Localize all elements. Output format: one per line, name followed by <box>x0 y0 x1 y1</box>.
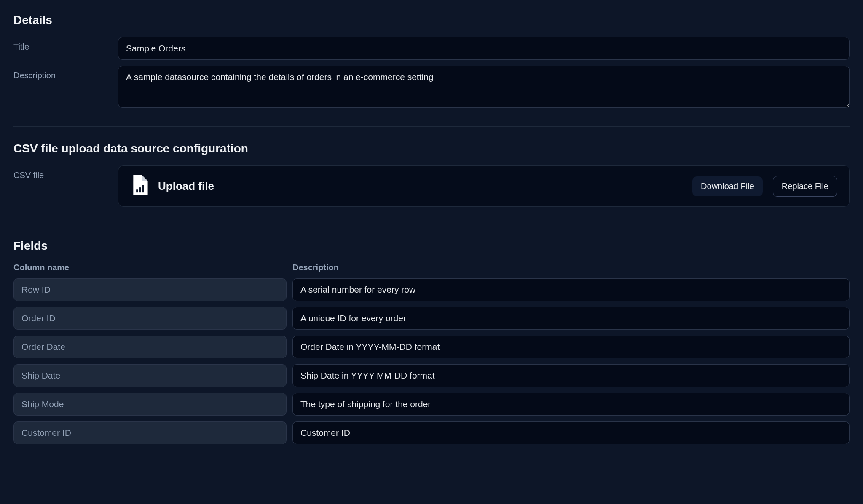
upload-file-title: Upload file <box>158 180 214 193</box>
divider <box>13 224 850 224</box>
description-row: Description A sample datasource containi… <box>13 66 850 109</box>
column-description-input[interactable] <box>292 307 850 330</box>
description-header: Description <box>292 263 850 272</box>
field-row <box>13 393 850 416</box>
field-row <box>13 364 850 387</box>
fields-section: Fields Column name Description <box>13 239 850 444</box>
column-name-input[interactable] <box>13 336 287 358</box>
details-section: Details Title Description A sample datas… <box>13 13 850 109</box>
column-name-input[interactable] <box>13 364 287 387</box>
fields-heading: Fields <box>13 239 850 253</box>
column-description-input[interactable] <box>292 278 850 301</box>
description-textarea[interactable]: A sample datasource containing the detai… <box>118 66 850 108</box>
svg-rect-0 <box>136 189 138 192</box>
replace-file-button[interactable]: Replace File <box>773 176 837 197</box>
column-description-input[interactable] <box>292 364 850 387</box>
field-row <box>13 307 850 330</box>
upload-box: Upload file Download File Replace File <box>118 165 850 207</box>
title-label: Title <box>13 37 118 52</box>
fields-header-row: Column name Description <box>13 263 850 272</box>
description-label: Description <box>13 66 118 80</box>
file-chart-icon <box>130 175 148 197</box>
field-row <box>13 278 850 301</box>
column-name-input[interactable] <box>13 421 287 444</box>
csv-config-section: CSV file upload data source configuratio… <box>13 142 850 207</box>
title-input[interactable] <box>118 37 850 60</box>
column-name-input[interactable] <box>13 393 287 416</box>
csv-file-label: CSV file <box>13 165 118 180</box>
csv-config-heading: CSV file upload data source configuratio… <box>13 142 850 155</box>
column-name-input[interactable] <box>13 278 287 301</box>
field-row <box>13 421 850 444</box>
title-row: Title <box>13 37 850 60</box>
download-file-button[interactable]: Download File <box>692 176 763 196</box>
column-description-input[interactable] <box>292 393 850 416</box>
svg-rect-2 <box>142 185 144 192</box>
column-description-input[interactable] <box>292 336 850 358</box>
fields-rows-container <box>13 278 850 444</box>
details-heading: Details <box>13 13 850 27</box>
column-description-input[interactable] <box>292 421 850 444</box>
csv-file-row: CSV file Upload file <box>13 165 850 207</box>
svg-rect-1 <box>139 187 141 192</box>
field-row <box>13 336 850 358</box>
column-name-header: Column name <box>13 263 287 272</box>
column-name-input[interactable] <box>13 307 287 330</box>
divider <box>13 126 850 127</box>
